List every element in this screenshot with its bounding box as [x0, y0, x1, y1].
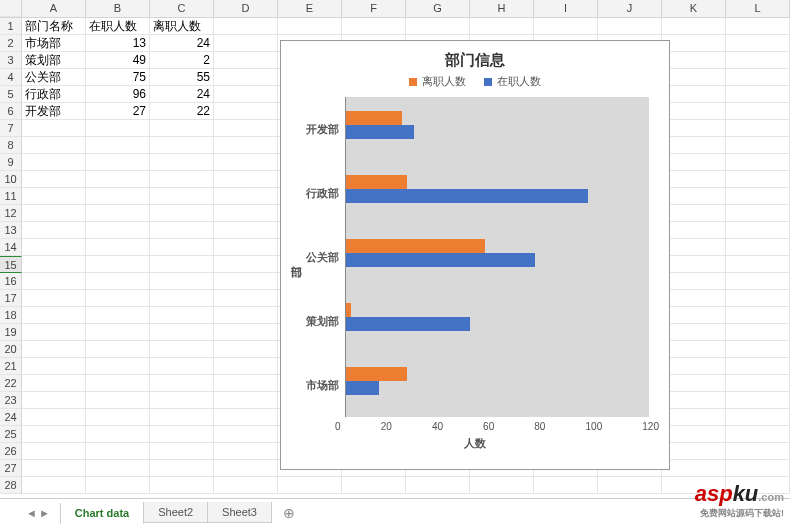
cell[interactable]: [726, 69, 790, 86]
cell[interactable]: [726, 205, 790, 222]
cell[interactable]: [150, 324, 214, 341]
cell[interactable]: [214, 307, 278, 324]
cell[interactable]: [22, 392, 86, 409]
nav-prev-icon[interactable]: ◄: [26, 507, 37, 519]
nav-next-icon[interactable]: ►: [39, 507, 50, 519]
cell[interactable]: [150, 443, 214, 460]
cell[interactable]: [726, 426, 790, 443]
column-header[interactable]: H: [470, 0, 534, 17]
cell[interactable]: [214, 86, 278, 103]
cell[interactable]: 2: [150, 52, 214, 69]
cell[interactable]: [726, 460, 790, 477]
cell[interactable]: [22, 188, 86, 205]
cell[interactable]: [22, 290, 86, 307]
cell[interactable]: [214, 69, 278, 86]
cell[interactable]: [470, 18, 534, 35]
cell[interactable]: [86, 477, 150, 494]
cell[interactable]: [214, 324, 278, 341]
cell[interactable]: 部门名称: [22, 18, 86, 35]
cell[interactable]: [150, 137, 214, 154]
cell[interactable]: [86, 375, 150, 392]
cell[interactable]: [86, 188, 150, 205]
cell[interactable]: [22, 426, 86, 443]
cell[interactable]: 24: [150, 86, 214, 103]
cell[interactable]: [406, 18, 470, 35]
cell[interactable]: [150, 341, 214, 358]
row-header[interactable]: 2: [0, 35, 22, 52]
cell[interactable]: [726, 358, 790, 375]
cell[interactable]: [86, 460, 150, 477]
cell[interactable]: 96: [86, 86, 150, 103]
cell[interactable]: [86, 239, 150, 256]
cell[interactable]: [22, 205, 86, 222]
cell[interactable]: [150, 205, 214, 222]
cell[interactable]: [662, 52, 726, 69]
cell[interactable]: [214, 392, 278, 409]
cell[interactable]: 24: [150, 35, 214, 52]
cell[interactable]: [214, 409, 278, 426]
cell[interactable]: [726, 18, 790, 35]
cell[interactable]: [726, 188, 790, 205]
cell[interactable]: [662, 69, 726, 86]
row-header[interactable]: 8: [0, 137, 22, 154]
cell[interactable]: [726, 239, 790, 256]
cell[interactable]: [86, 273, 150, 290]
row-header[interactable]: 7: [0, 120, 22, 137]
cell[interactable]: [726, 290, 790, 307]
cell[interactable]: [86, 426, 150, 443]
cell[interactable]: [214, 137, 278, 154]
cell[interactable]: [726, 443, 790, 460]
row-header[interactable]: 27: [0, 460, 22, 477]
row-header[interactable]: 10: [0, 171, 22, 188]
cell[interactable]: [534, 18, 598, 35]
cell[interactable]: 22: [150, 103, 214, 120]
cell[interactable]: [726, 137, 790, 154]
tab-nav-arrows[interactable]: ◄►: [26, 507, 50, 519]
embedded-chart[interactable]: 部门信息 离职人数 在职人数 部门 开发部行政部公关部策划部市场部 020406…: [280, 40, 670, 470]
cell[interactable]: [150, 426, 214, 443]
cell[interactable]: 开发部: [22, 103, 86, 120]
cell[interactable]: [214, 375, 278, 392]
row-header[interactable]: 26: [0, 443, 22, 460]
cell[interactable]: [86, 443, 150, 460]
cell[interactable]: [86, 324, 150, 341]
cell[interactable]: [22, 171, 86, 188]
cell[interactable]: [726, 103, 790, 120]
cell[interactable]: [86, 256, 150, 273]
cell[interactable]: [22, 443, 86, 460]
sheet-tab[interactable]: Chart data: [60, 503, 144, 524]
cell[interactable]: [150, 188, 214, 205]
cell[interactable]: [22, 307, 86, 324]
cell[interactable]: [662, 443, 726, 460]
cell[interactable]: [662, 137, 726, 154]
cell[interactable]: [726, 324, 790, 341]
cell[interactable]: [662, 239, 726, 256]
row-header[interactable]: 5: [0, 86, 22, 103]
cell[interactable]: [214, 103, 278, 120]
cell[interactable]: [150, 307, 214, 324]
cell[interactable]: [342, 477, 406, 494]
cell[interactable]: [662, 205, 726, 222]
column-header[interactable]: E: [278, 0, 342, 17]
cell[interactable]: [662, 35, 726, 52]
row-header[interactable]: 9: [0, 154, 22, 171]
column-header[interactable]: D: [214, 0, 278, 17]
cell[interactable]: [150, 409, 214, 426]
cell[interactable]: 市场部: [22, 35, 86, 52]
cell[interactable]: [150, 477, 214, 494]
cell[interactable]: [22, 137, 86, 154]
row-header[interactable]: 18: [0, 307, 22, 324]
cell[interactable]: [214, 256, 278, 273]
cell[interactable]: 13: [86, 35, 150, 52]
cell[interactable]: [86, 154, 150, 171]
row-header[interactable]: 17: [0, 290, 22, 307]
cell[interactable]: [662, 324, 726, 341]
cell[interactable]: [214, 154, 278, 171]
cell[interactable]: 55: [150, 69, 214, 86]
row-header[interactable]: 4: [0, 69, 22, 86]
cell[interactable]: [662, 188, 726, 205]
cell[interactable]: [726, 222, 790, 239]
cell[interactable]: [214, 171, 278, 188]
cell[interactable]: [214, 18, 278, 35]
cell[interactable]: [22, 341, 86, 358]
